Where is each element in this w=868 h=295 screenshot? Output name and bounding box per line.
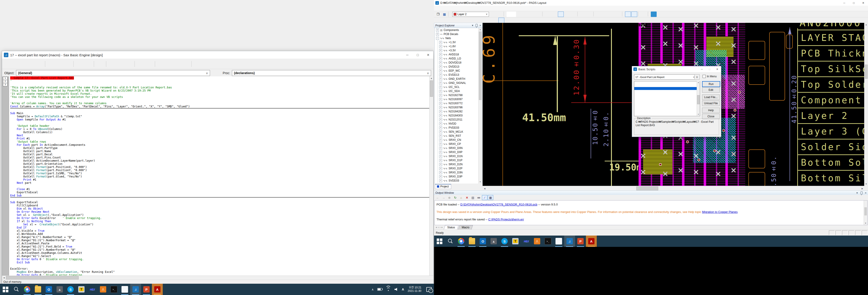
sax-toolbar-button[interactable] xyxy=(28,60,36,68)
taskbar-app-button[interactable] xyxy=(0,284,11,295)
tree-item-net[interactable]: + ∿∿ SRX0_CP xyxy=(438,142,482,146)
dialog-titlebar[interactable]: ♫ Basic Scripts ─ □ ✕ xyxy=(632,66,721,72)
tree-item-net[interactable]: + ∿∿ SRX0_D0N xyxy=(438,146,482,150)
tab-macro[interactable]: Macro xyxy=(458,225,473,230)
tree-item-net[interactable]: + ∿∿ SEN_MCLK xyxy=(438,130,482,134)
tree-item-net[interactable]: + ∿∿ N23163772 xyxy=(438,101,482,105)
taskbar-app-button[interactable]: HEX xyxy=(521,236,532,247)
script-list-item[interactable] xyxy=(634,81,700,84)
taskbar-app-button[interactable]: ▲ xyxy=(54,284,65,295)
back-icon[interactable]: ← xyxy=(435,195,440,200)
sax-toolbar-button[interactable] xyxy=(97,60,105,68)
pads-toolbar-button[interactable] xyxy=(498,18,504,23)
tree-scrollbar[interactable]: ▲ ▼ xyxy=(478,28,482,183)
sax-toolbar-button[interactable] xyxy=(57,60,64,68)
taskbar-app-button[interactable]: O xyxy=(477,236,488,247)
taskbar-app-button[interactable]: P xyxy=(575,236,586,247)
expand-icon[interactable]: + xyxy=(439,69,442,72)
tree-item-net[interactable]: + ∿∿ SRX0_D1P xyxy=(438,158,482,162)
tree-item-nets[interactable]: − ∿∿ Nets xyxy=(435,36,482,40)
load-file-button[interactable]: Load File... xyxy=(702,94,720,100)
expand-icon[interactable]: + xyxy=(439,118,442,121)
pads-toolbar-button[interactable] xyxy=(529,11,535,17)
sax-toolbar-button[interactable] xyxy=(134,61,137,67)
expand-icon[interactable]: + xyxy=(439,73,442,77)
pads-toolbar-button[interactable] xyxy=(593,11,595,17)
clear-script-button[interactable]: X xyxy=(694,75,700,80)
pin-icon[interactable] xyxy=(475,24,477,27)
close-icon[interactable]: ✕ xyxy=(479,24,481,27)
pads-toolbar-button[interactable] xyxy=(615,11,621,17)
taskbar-clock[interactable]: 오전 10:21 2021-11-30 xyxy=(408,286,422,293)
expand-icon[interactable]: + xyxy=(439,143,442,146)
menu-item[interactable] xyxy=(440,8,444,9)
pads-toolbar-button[interactable] xyxy=(517,11,522,17)
pads-toolbar-button[interactable] xyxy=(631,11,637,17)
sax-toolbar-button[interactable] xyxy=(110,60,117,68)
output-log[interactable]: PCB file loaded -- D:\DATA\jhshin\Deskto… xyxy=(434,200,868,225)
expand-icon[interactable]: + xyxy=(439,57,442,60)
tree-item-net[interactable]: + ∿∿ DOVDD18 xyxy=(438,61,482,65)
taskbar-app-button[interactable] xyxy=(11,284,22,295)
ime-indicator[interactable]: A xyxy=(402,288,404,291)
taskbar-app-button[interactable] xyxy=(553,236,564,247)
sax-toolbar-button[interactable] xyxy=(146,60,154,68)
tree-item-net[interactable]: + ∿∿ PVDD33 xyxy=(438,126,482,130)
expand-icon[interactable]: + xyxy=(439,155,442,158)
maximize-icon[interactable]: □ xyxy=(412,51,423,59)
script-list-item[interactable] xyxy=(634,98,700,101)
object-dropdown[interactable]: (General)∨ xyxy=(16,70,210,76)
sax-toolbar-button[interactable] xyxy=(175,60,182,68)
tree-item-net[interactable]: + ∿∿ AVDD18 xyxy=(438,53,482,57)
script-list-scrollbar[interactable]: ▲ ▼ xyxy=(697,81,700,116)
scrollbar-thumb[interactable] xyxy=(864,207,867,215)
sax-toolbar-button[interactable] xyxy=(65,60,72,68)
expand-icon[interactable]: + xyxy=(439,41,442,44)
sax-toolbar-button[interactable] xyxy=(20,60,28,68)
script-list-item[interactable] xyxy=(634,107,700,110)
sax-toolbar-button[interactable] xyxy=(45,61,47,67)
pads-toolbar-button[interactable] xyxy=(542,11,544,17)
tray-expand-icon[interactable]: ∧ xyxy=(372,288,374,291)
taskbar-app-button[interactable]: ▲ xyxy=(488,236,499,247)
delete-icon[interactable]: ✕ xyxy=(464,195,470,200)
scroll-up-icon[interactable]: ▲ xyxy=(697,81,700,84)
pads-toolbar-button[interactable] xyxy=(602,11,609,17)
tree-item-net[interactable]: + ∿∿ GND_EARTH xyxy=(438,77,482,81)
pads-toolbar-button[interactable] xyxy=(596,11,602,17)
script-list-item[interactable] xyxy=(634,93,700,96)
pads-titlebar[interactable]: ♫ D:₩DATA₩jhshin₩Desktop₩OV2778_SENSOR_R… xyxy=(434,0,868,6)
expand-icon[interactable]: + xyxy=(439,86,442,89)
code-editor[interactable]: 1 2 3 ' Sample 17: Excel Part List Repor… xyxy=(2,77,433,276)
tab-status[interactable]: Status xyxy=(444,225,459,230)
maximize-icon[interactable]: □ xyxy=(849,0,859,6)
sax-toolbar-button[interactable] xyxy=(138,60,146,68)
expand-icon[interactable]: + xyxy=(439,98,442,101)
therm-err-link[interactable]: C:\PADS Projects\therm.err xyxy=(488,218,524,221)
pads-toolbar-button[interactable] xyxy=(564,11,570,17)
expand-icon[interactable]: + xyxy=(439,61,442,64)
expand-icon[interactable]: + xyxy=(439,175,442,178)
pads-toolbar-button[interactable] xyxy=(648,11,650,17)
pads-toolbar-button[interactable] xyxy=(622,11,624,17)
taskbar-app-button[interactable]: O xyxy=(43,284,54,295)
pads-toolbar-button[interactable] xyxy=(491,11,496,17)
edit-button[interactable]: Edit xyxy=(702,87,720,93)
close-icon[interactable]: ✕ xyxy=(859,0,868,6)
tree-item-net[interactable]: + ∿∿ +1.8V xyxy=(438,44,482,48)
tree-item-net[interactable]: + ∿∿ EVDD13 xyxy=(438,73,482,77)
expand-icon[interactable]: + xyxy=(439,147,442,150)
expand-icon[interactable]: + xyxy=(439,65,442,68)
taskbar-app-button[interactable]: P xyxy=(141,284,152,295)
pads-toolbar-button[interactable] xyxy=(435,18,441,23)
sax-toolbar-button[interactable] xyxy=(203,60,211,68)
expand-icon[interactable]: + xyxy=(439,179,442,182)
tree-item-net[interactable]: + ∿∿ EEP_WC xyxy=(438,69,482,73)
sax-toolbar-button[interactable] xyxy=(118,60,125,68)
script-list-item[interactable] xyxy=(634,113,700,116)
pads-toolbar-button[interactable] xyxy=(492,18,498,23)
taskbar-app-button[interactable]: T xyxy=(76,284,87,295)
pads-toolbar-button[interactable] xyxy=(441,18,447,23)
stop-icon[interactable]: ⊗ xyxy=(447,195,452,200)
scrollbar-thumb[interactable] xyxy=(865,65,868,79)
